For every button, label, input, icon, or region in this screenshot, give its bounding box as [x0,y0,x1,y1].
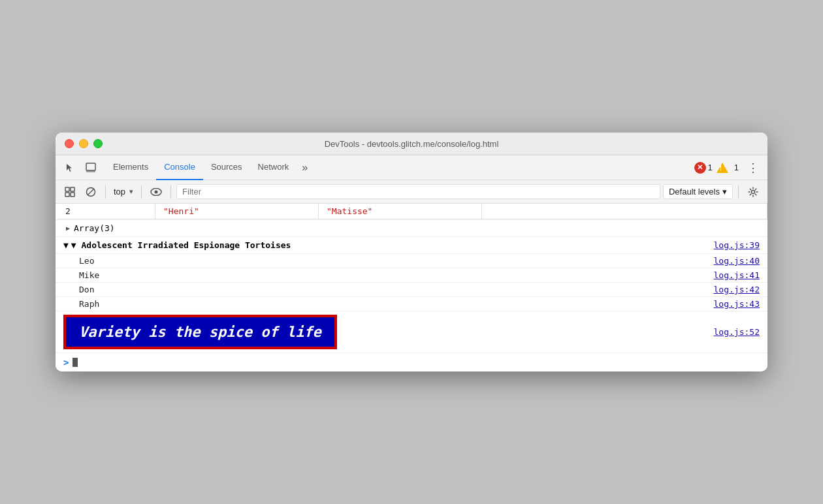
svg-rect-0 [86,163,95,170]
svg-point-10 [752,190,755,193]
more-tabs-button[interactable]: » [297,155,313,180]
devtools-window: DevTools - devtools.glitch.me/console/lo… [56,133,767,371]
styled-output-text: Variety is the spice of life [79,324,321,340]
prompt-row[interactable]: > [56,353,767,371]
group-source-link[interactable]: log.js:39 [714,240,760,250]
window-title: DevTools - devtools.glitch.me/console/lo… [325,139,499,149]
log-link-1[interactable]: log.js:41 [714,270,760,280]
tab-icons [61,159,100,177]
close-button[interactable] [65,139,74,148]
log-link-3[interactable]: log.js:43 [714,299,760,309]
error-icon: ✕ [694,162,706,174]
traffic-lights [65,139,103,148]
console-toolbar: top ▾ Default levels ▾ [56,180,767,204]
svg-rect-3 [71,187,74,191]
svg-line-7 [88,189,94,195]
array-row[interactable]: ▶ Array(3) [56,220,767,237]
prompt-cursor [73,358,78,367]
toolbar-divider-4 [738,185,739,198]
group-label: ▼ ▼ Adolescent Irradiated Espionage Tort… [63,240,291,250]
console-content: 2 "Henri" "Matisse" ▶ Array(3) ▼ ▼ Adole… [56,204,767,371]
prompt-arrow-icon: > [63,357,69,368]
eye-icon[interactable] [147,183,165,201]
titlebar: DevTools - devtools.glitch.me/console/lo… [56,133,767,155]
cursor-icon[interactable] [61,159,79,177]
table-index: 2 [57,204,155,219]
table-col2: "Matisse" [319,204,482,219]
styled-source-link[interactable]: log.js:52 [714,327,760,337]
log-link-2[interactable]: log.js:42 [714,285,760,294]
styled-output-box: Variety is the spice of life [63,315,337,349]
context-arrow-icon: ▾ [129,187,133,196]
devtools-menu-icon[interactable]: ⋮ [744,159,762,177]
svg-rect-5 [71,193,74,197]
log-item: Don log.js:42 [56,283,767,297]
collapse-arrow-icon: ▼ [63,240,69,250]
log-link-0[interactable]: log.js:40 [714,256,760,266]
minimize-button[interactable] [79,139,88,148]
expand-arrow-icon: ▶ [66,225,70,232]
toolbar-divider-3 [170,185,171,198]
block-icon[interactable] [82,183,100,201]
styled-log-row: Variety is the spice of life log.js:52 [56,311,767,353]
svg-rect-4 [65,193,69,197]
tab-network[interactable]: Network [250,155,297,180]
levels-arrow-icon: ▾ [722,187,727,197]
group-row[interactable]: ▼ ▼ Adolescent Irradiated Espionage Tort… [56,237,767,254]
error-badge: ✕ 1 [694,162,713,174]
svg-rect-2 [65,187,69,191]
settings-icon[interactable] [744,183,762,201]
warn-icon [717,163,728,173]
tab-elements[interactable]: Elements [105,155,156,180]
svg-rect-1 [86,170,95,172]
log-item: Leo log.js:40 [56,254,767,268]
maximize-button[interactable] [93,139,103,148]
toolbar-divider-1 [105,185,106,198]
tab-console[interactable]: Console [156,155,203,180]
toolbar-divider-2 [141,185,142,198]
array-label: Array(3) [74,223,115,233]
table-grid: 2 "Henri" "Matisse" [56,204,767,219]
table-section: 2 "Henri" "Matisse" [56,204,767,220]
devtools-tab-bar: Elements Console Sources Network » ✕ 1 1… [56,155,767,180]
log-levels-button[interactable]: Default levels ▾ [663,184,733,199]
warn-badge: 1 [717,163,739,173]
svg-point-9 [155,190,158,193]
filter-input[interactable] [176,184,660,199]
table-col1: "Henri" [155,204,319,219]
table-col3 [482,204,767,219]
tab-sources[interactable]: Sources [203,155,250,180]
log-item: Mike log.js:41 [56,268,767,283]
context-selector[interactable]: top ▾ [111,187,136,197]
log-item: Raph log.js:43 [56,297,767,311]
badge-area: ✕ 1 1 [694,162,739,174]
clear-console-button[interactable] [61,183,79,201]
inspect-icon[interactable] [82,159,100,177]
